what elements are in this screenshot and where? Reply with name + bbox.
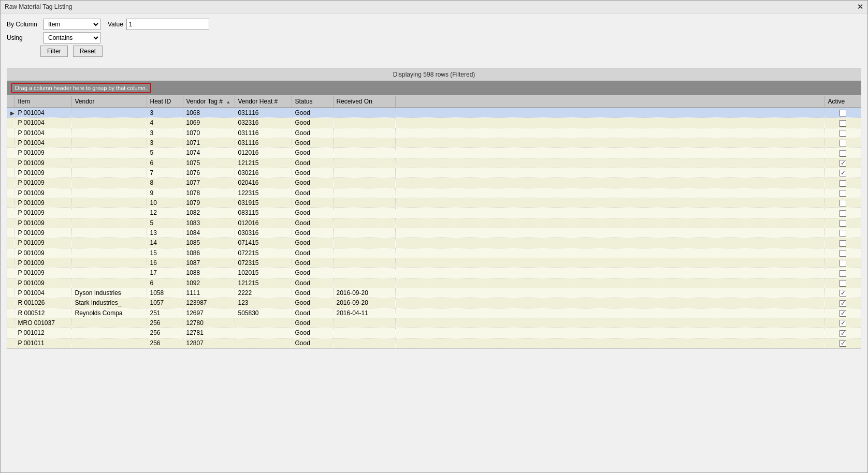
row-indicator: [7, 308, 15, 318]
table-row[interactable]: P 00101125612807Good: [7, 338, 861, 348]
table-row[interactable]: P 001009131084030316Good: [7, 228, 861, 238]
cell-active[interactable]: [824, 138, 861, 147]
active-checkbox[interactable]: [840, 250, 846, 257]
cell-active[interactable]: [824, 248, 861, 258]
col-header-vendortag[interactable]: Vendor Tag # ▲: [183, 96, 235, 108]
active-checkbox[interactable]: [840, 220, 846, 227]
active-checkbox[interactable]: [840, 150, 846, 157]
column-select[interactable]: Item Vendor Heat ID Vendor Tag # Vendor …: [44, 19, 100, 30]
table-row[interactable]: MRO 00103725612780Good: [7, 318, 861, 328]
cell-vendorheat: [235, 328, 292, 338]
cell-heatid: 16: [147, 258, 183, 268]
active-checkbox[interactable]: [840, 240, 846, 247]
cell-active[interactable]: [824, 208, 861, 218]
table-row[interactable]: P 001009171088102015Good: [7, 268, 861, 278]
table-row[interactable]: P 001009121082083115Good: [7, 208, 861, 218]
active-checkbox[interactable]: [840, 330, 846, 337]
table-row[interactable]: P 00100951074012016Good: [7, 148, 861, 158]
cell-active[interactable]: [824, 118, 861, 128]
col-header-item[interactable]: Item: [15, 96, 71, 108]
active-checkbox[interactable]: [840, 310, 846, 317]
filter-button[interactable]: Filter: [40, 46, 68, 57]
col-header-receivedon[interactable]: Received On: [333, 96, 395, 108]
table-section: Displaying 598 rows (Filtered) Drag a co…: [7, 68, 861, 349]
cell-active[interactable]: [824, 178, 861, 188]
cell-active[interactable]: [824, 278, 861, 288]
cell-active[interactable]: [824, 308, 861, 318]
col-header-active[interactable]: Active: [824, 96, 861, 108]
using-select[interactable]: Contains Equals Starts With Ends With: [44, 32, 100, 43]
cell-active[interactable]: [824, 188, 861, 198]
cell-active[interactable]: [824, 158, 861, 168]
col-header-heatid[interactable]: Heat ID: [147, 96, 183, 108]
table-row[interactable]: P 00100961075121215Good: [7, 158, 861, 168]
active-checkbox[interactable]: [840, 110, 846, 116]
filter-value-input[interactable]: [126, 19, 209, 30]
table-row[interactable]: P 00100951083012016Good: [7, 218, 861, 228]
cell-item: P 001009: [15, 208, 71, 218]
table-row[interactable]: P 00100431070031116Good: [7, 128, 861, 138]
table-row[interactable]: P 00100991078122315Good: [7, 188, 861, 198]
active-checkbox[interactable]: [840, 320, 846, 327]
cell-active[interactable]: [824, 168, 861, 178]
cell-active[interactable]: [824, 268, 861, 278]
table-row[interactable]: ▶P 00100431068031116Good: [7, 108, 861, 118]
cell-active[interactable]: [824, 148, 861, 158]
cell-active[interactable]: [824, 198, 861, 208]
active-checkbox[interactable]: [840, 160, 846, 167]
table-row[interactable]: P 00101225612781Good: [7, 328, 861, 338]
active-checkbox[interactable]: [840, 340, 846, 347]
table-row[interactable]: P 00100981077020416Good: [7, 178, 861, 188]
cell-active[interactable]: [824, 328, 861, 338]
active-checkbox[interactable]: [840, 290, 846, 297]
active-checkbox[interactable]: [840, 200, 846, 206]
cell-active[interactable]: [824, 288, 861, 298]
close-button[interactable]: ✕: [857, 3, 863, 11]
table-row[interactable]: P 001009161087072315Good: [7, 258, 861, 268]
active-checkbox[interactable]: [840, 210, 846, 217]
cell-receivedon: [333, 318, 395, 328]
table-row[interactable]: R 001026Stark Industries_1057123987123Go…: [7, 298, 861, 308]
cell-active[interactable]: [824, 258, 861, 268]
cell-active[interactable]: [824, 338, 861, 348]
group-drop-area[interactable]: Drag a column header here to group by th…: [7, 81, 861, 96]
table-row[interactable]: P 001009141085071415Good: [7, 238, 861, 248]
reset-button[interactable]: Reset: [73, 46, 103, 57]
table-row[interactable]: P 001009151086072215Good: [7, 248, 861, 258]
cell-active[interactable]: [824, 218, 861, 228]
cell-active[interactable]: [824, 238, 861, 248]
active-checkbox[interactable]: [840, 260, 846, 267]
table-row[interactable]: R 000512Reynolds Compa25112697505830Good…: [7, 308, 861, 318]
cell-vendor: [71, 138, 147, 147]
cell-active[interactable]: [824, 128, 861, 138]
cell-receivedon: [333, 188, 395, 198]
active-checkbox[interactable]: [840, 120, 846, 127]
col-header-vendor[interactable]: Vendor: [71, 96, 147, 108]
table-row[interactable]: P 00100961092121215Good: [7, 278, 861, 288]
active-checkbox[interactable]: [840, 170, 846, 176]
cell-item: P 001004: [15, 128, 71, 138]
table-row[interactable]: P 00100441069032316Good: [7, 118, 861, 128]
active-checkbox[interactable]: [840, 280, 846, 287]
active-checkbox[interactable]: [840, 130, 846, 137]
table-row[interactable]: P 00100431071031116Good: [7, 138, 861, 147]
active-checkbox[interactable]: [840, 300, 846, 307]
table-container[interactable]: Item Vendor Heat ID Vendor Tag # ▲ Vendo…: [7, 96, 861, 348]
cell-active[interactable]: [824, 108, 861, 118]
table-row[interactable]: P 001004Dyson Industries105811112222Good…: [7, 288, 861, 298]
cell-active[interactable]: [824, 318, 861, 328]
table-row[interactable]: P 001009101079031915Good: [7, 198, 861, 208]
active-checkbox[interactable]: [840, 270, 846, 277]
cell-active[interactable]: [824, 228, 861, 238]
table-row[interactable]: P 00100971076030216Good: [7, 168, 861, 178]
active-checkbox[interactable]: [840, 230, 846, 236]
cell-active[interactable]: [824, 298, 861, 308]
active-checkbox[interactable]: [840, 190, 846, 197]
cell-vendorheat: [235, 318, 292, 328]
active-checkbox[interactable]: [840, 140, 846, 146]
col-header-vendorheat[interactable]: Vendor Heat #: [235, 96, 292, 108]
active-checkbox[interactable]: [840, 180, 846, 187]
row-indicator: [7, 238, 15, 248]
col-header-status[interactable]: Status: [292, 96, 333, 108]
cell-vendortag: 12780: [183, 318, 235, 328]
